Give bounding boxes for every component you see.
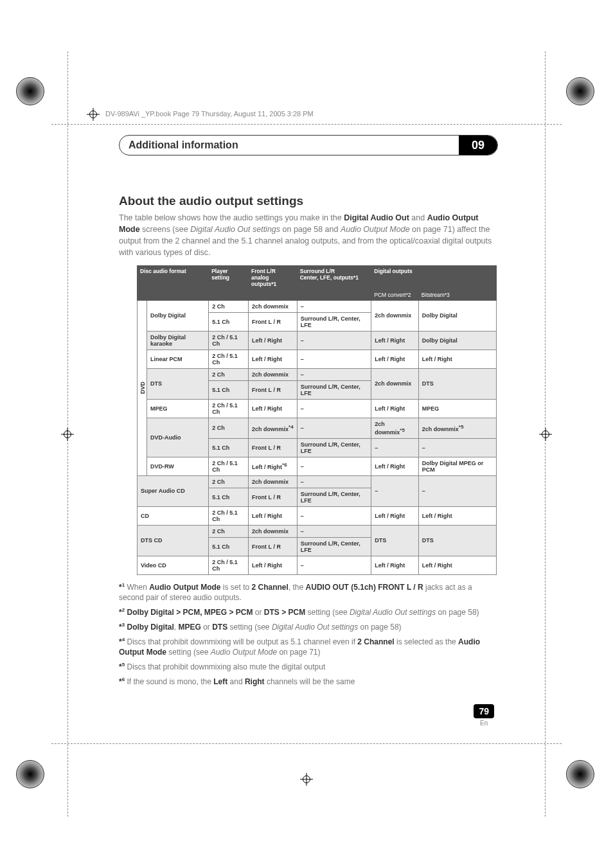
cell-pcm: 2ch downmix [371, 368, 419, 399]
th-surround: Surround L/RCenter, LFE, outputs*1 [297, 265, 371, 289]
cell-setting: 2 Ch / 5.1 Ch [209, 350, 249, 368]
chapter-header: Additional information 09 [119, 135, 498, 155]
cell-front: Front L / R [249, 438, 298, 457]
page-badge: 79 En [474, 704, 494, 727]
cell-surround: – [297, 418, 371, 438]
print-reg-tl [16, 77, 47, 108]
cell-setting: 2 Ch / 5.1 Ch [209, 331, 249, 350]
cell-surround: – [297, 525, 371, 537]
cell-surround: Surround L/R, Center, LFE [297, 380, 371, 399]
table-row: DVD-Audio2 Ch2ch downmix*4–2ch downmix*5… [138, 418, 497, 438]
footnote-3: *3 Dolby Digital, MPEG or DTS setting (s… [119, 621, 498, 633]
cell-front: Left / Right [249, 556, 298, 574]
chapter-title: Additional information [120, 139, 459, 151]
cell-surround: – [297, 506, 371, 525]
th-player: Player setting [209, 265, 249, 300]
cell-setting: 5.1 Ch [209, 312, 249, 331]
cell-format: Dolby Digital karaoke [147, 331, 209, 350]
cell-setting: 2 Ch / 5.1 Ch [209, 457, 249, 475]
cell-pcm: 2ch downmix*5 [371, 418, 419, 438]
page-meta-text: DV-989AVi _YP.book Page 79 Thursday, Aug… [105, 110, 314, 118]
cell-surround: – [297, 300, 371, 312]
crosshair-icon [300, 773, 313, 786]
cell-setting: 5.1 Ch [209, 488, 249, 506]
cell-bitstream: DTS [418, 368, 496, 399]
intro-text: The table below shows how the audio sett… [119, 213, 344, 222]
crosshair-icon [539, 428, 552, 441]
intro-paragraph: The table below shows how the audio sett… [119, 212, 498, 259]
cell-format: Dolby Digital [147, 300, 209, 331]
cell-pcm: – [371, 475, 419, 506]
cell-surround: Surround L/R, Center, LFE [297, 312, 371, 331]
intro-text: screens (see [140, 225, 191, 234]
cell-front: Front L / R [249, 488, 298, 506]
cell-setting: 2 Ch / 5.1 Ch [209, 506, 249, 525]
cell-bitstream: Dolby Digital MPEG or PCM [418, 457, 496, 475]
cell-front: 2ch downmix [249, 525, 298, 537]
footnote-4: *4 Discs that prohibit downmixing will b… [119, 636, 498, 659]
table-row: DTS2 Ch2ch downmix–2ch downmixDTS [138, 368, 497, 380]
cell-pcm: DTS [371, 525, 419, 556]
cell-format: Super Audio CD [138, 475, 209, 506]
cell-front: Left / Right*6 [249, 457, 298, 475]
crop-line [51, 743, 562, 744]
cell-pcm: Left / Right [371, 331, 419, 350]
cell-bitstream: – [418, 438, 496, 457]
cell-setting: 2 Ch [209, 525, 249, 537]
table-row: DVDDolby Digital2 Ch2ch downmix–2ch down… [138, 300, 497, 312]
cell-bitstream: Left / Right [418, 506, 496, 525]
cell-setting: 5.1 Ch [209, 438, 249, 457]
table-row: CD2 Ch / 5.1 ChLeft / Right–Left / Right… [138, 506, 497, 525]
cell-bitstream: Dolby Digital [418, 300, 496, 331]
cell-front: 2ch downmix [249, 368, 298, 380]
cell-surround: Surround L/R, Center, LFE [297, 438, 371, 457]
footnote-1: *1 When Audio Output Mode is set to 2 Ch… [119, 581, 498, 604]
cell-surround: Surround L/R, Center, LFE [297, 488, 371, 506]
cell-setting: 2 Ch [209, 475, 249, 488]
cell-pcm: Left / Right [371, 399, 419, 418]
cell-format: DTS [147, 368, 209, 399]
cell-format: DTS CD [138, 525, 209, 556]
audio-output-table: Disc audio format Player setting Front L… [137, 265, 497, 575]
cell-bitstream: – [418, 475, 496, 506]
cell-surround: – [297, 368, 371, 380]
th-bitstream: Bitstream*3 [418, 289, 496, 300]
page-meta-line: DV-989AVi _YP.book Page 79 Thursday, Aug… [87, 108, 314, 121]
cell-surround: – [297, 475, 371, 488]
footnote-2: *2 Dolby Digital > PCM, MPEG > PCM or DT… [119, 607, 498, 618]
cell-pcm: Left / Right [371, 350, 419, 368]
cell-bitstream: 2ch downmix*5 [418, 418, 496, 438]
cell-surround: – [297, 399, 371, 418]
table-row: Super Audio CD2 Ch2ch downmix––– [138, 475, 497, 488]
crosshair-icon [61, 428, 74, 441]
cell-setting: 2 Ch [209, 368, 249, 380]
cell-setting: 2 Ch [209, 418, 249, 438]
cell-front: Left / Right [249, 350, 298, 368]
page-lang: En [474, 720, 494, 727]
crop-line [51, 124, 562, 125]
cell-bitstream: Left / Right [418, 350, 496, 368]
cell-setting: 2 Ch / 5.1 Ch [209, 556, 249, 574]
cell-front: Left / Right [249, 399, 298, 418]
cell-bitstream: DTS [418, 525, 496, 556]
cell-surround: – [297, 457, 371, 475]
table-row: Linear PCM2 Ch / 5.1 ChLeft / Right–Left… [138, 350, 497, 368]
cell-front: Front L / R [249, 380, 298, 399]
footnote-6: *6 If the sound is mono, the Left and Ri… [119, 676, 498, 687]
intro-italic: Digital Audio Out settings [190, 225, 280, 234]
cell-surround: – [297, 556, 371, 574]
cell-surround: Surround L/R, Center, LFE [297, 537, 371, 556]
cell-surround: – [297, 350, 371, 368]
cell-front: 2ch downmix*4 [249, 418, 298, 438]
section-heading: About the audio output settings [119, 194, 498, 208]
cell-surround: – [297, 331, 371, 350]
table-row: MPEG2 Ch / 5.1 ChLeft / Right–Left / Rig… [138, 399, 497, 418]
th-pcm: PCM convert*2 [371, 289, 419, 300]
cell-pcm: Left / Right [371, 457, 419, 475]
cell-bitstream: Left / Right [418, 556, 496, 574]
cell-front: 2ch downmix [249, 475, 298, 488]
cell-front: Front L / R [249, 312, 298, 331]
th-blank [249, 289, 298, 300]
intro-text: and [409, 213, 427, 222]
cell-format: DVD-Audio [147, 418, 209, 457]
